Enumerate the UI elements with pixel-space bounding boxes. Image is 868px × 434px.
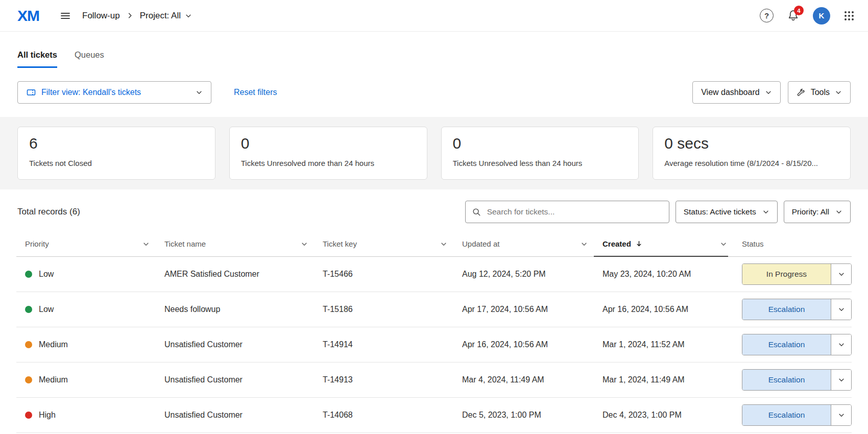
search-icon: [472, 207, 481, 219]
tools-label: Tools: [811, 88, 830, 97]
stat-value: 6: [29, 135, 204, 152]
status-dropdown[interactable]: Escalation: [742, 404, 852, 426]
status-dropdown[interactable]: Escalation: [742, 334, 852, 355]
stat-label: Tickets Unresolved more than 24 hours: [241, 159, 416, 167]
stat-label: Tickets not Closed: [29, 159, 204, 167]
hamburger-menu-icon[interactable]: [57, 7, 74, 25]
chevron-down-icon[interactable]: [831, 405, 851, 425]
stat-card-unresolved-more-24h: 0 Tickets Unresolved more than 24 hours: [229, 127, 427, 180]
ticket-key-cell: T-14068: [314, 411, 453, 420]
tab-all-tickets[interactable]: All tickets: [17, 50, 57, 68]
search-input[interactable]: [465, 201, 669, 223]
status-badge: Escalation: [742, 334, 831, 355]
priority-filter-dropdown[interactable]: Priority: All: [784, 201, 851, 223]
chevron-down-icon[interactable]: [720, 240, 727, 248]
stat-value: 0: [453, 135, 628, 152]
column-header-status[interactable]: Status: [733, 231, 852, 256]
updated-at-cell: Mar 4, 2024, 11:49 AM: [453, 375, 594, 384]
chevron-down-icon[interactable]: [440, 240, 447, 248]
updated-at-cell: Apr 17, 2024, 10:56 AM: [453, 305, 594, 314]
table-row[interactable]: Medium Unsatisfied Customer T-14914 Apr …: [16, 327, 852, 363]
chevron-down-icon: [765, 89, 772, 96]
ticket-name-cell: Unsatisfied Customer: [156, 411, 314, 420]
table-row[interactable]: Low Needs followup T-15186 Apr 17, 2024,…: [16, 292, 852, 327]
chevron-down-icon[interactable]: [831, 370, 851, 390]
stat-card-avg-resolution-time: 0 secs Average resolution time (8/1/2024…: [653, 127, 851, 180]
tab-queues[interactable]: Queues: [75, 50, 104, 68]
chevron-down-icon[interactable]: [581, 240, 588, 248]
priority-label: Low: [39, 270, 54, 279]
status-cell: In Progress: [733, 263, 852, 285]
ticket-name-cell: Unsatisfied Customer: [156, 340, 314, 349]
top-bar: XM Follow-up Project: All ? 4 K: [0, 0, 868, 32]
status-filter-dropdown[interactable]: Status: Active tickets: [676, 201, 778, 223]
tools-button[interactable]: Tools: [788, 81, 851, 104]
column-header-ticket-name[interactable]: Ticket name: [156, 231, 314, 256]
updated-at-cell: Aug 12, 2024, 5:20 PM: [453, 270, 594, 279]
table-row[interactable]: Low AMER Satisfied Customer T-15466 Aug …: [16, 257, 852, 292]
records-toolbar: Total records (6) Status: Active tickets…: [17, 201, 851, 223]
tickets-table: Priority Ticket name Ticket key Updated …: [16, 231, 852, 433]
priority-cell: High: [16, 411, 156, 420]
column-header-ticket-key[interactable]: Ticket key: [314, 231, 453, 256]
updated-at-cell: Apr 16, 2024, 10:56 AM: [453, 340, 594, 349]
help-button[interactable]: ?: [760, 9, 774, 22]
total-records-label: Total records (6): [17, 207, 80, 217]
column-label: Priority: [25, 239, 49, 248]
chevron-down-icon: [835, 208, 842, 215]
filter-bar-actions: View dashboard Tools: [692, 81, 851, 104]
column-label: Updated at: [462, 239, 499, 248]
status-badge: Escalation: [742, 405, 831, 425]
notifications-button[interactable]: 4: [787, 9, 800, 22]
status-dropdown[interactable]: Escalation: [742, 369, 852, 391]
chevron-down-icon: [835, 89, 842, 96]
status-badge: Escalation: [742, 299, 831, 320]
created-cell: Mar 1, 2024, 11:49 AM: [594, 375, 733, 384]
breadcrumb-section[interactable]: Follow-up: [82, 11, 120, 21]
view-dashboard-button[interactable]: View dashboard: [692, 81, 780, 104]
column-label: Ticket name: [164, 239, 206, 248]
ticket-key-cell: T-14913: [314, 375, 453, 384]
chevron-down-icon[interactable]: [831, 264, 851, 284]
reset-filters-link[interactable]: Reset filters: [231, 87, 280, 98]
ticket-key-cell: T-15186: [314, 305, 453, 314]
filter-bar: Filter view: Kendall's tickets Reset fil…: [17, 81, 851, 104]
stat-card-tickets-not-closed: 6 Tickets not Closed: [17, 127, 215, 180]
view-dashboard-label: View dashboard: [701, 88, 759, 97]
column-label: Status: [742, 239, 764, 248]
project-selector[interactable]: Project: All: [140, 11, 192, 21]
status-dropdown[interactable]: In Progress: [742, 263, 852, 285]
table-row[interactable]: Medium Unsatisfied Customer T-14913 Mar …: [16, 363, 852, 398]
column-header-updated-at[interactable]: Updated at: [453, 231, 594, 256]
column-header-priority[interactable]: Priority: [16, 231, 156, 256]
chevron-down-icon: [762, 208, 769, 215]
priority-cell: Medium: [16, 375, 156, 384]
ticket-key-cell: T-14914: [314, 340, 453, 349]
ticket-name-cell: Needs followup: [156, 305, 314, 314]
avatar[interactable]: K: [813, 7, 830, 25]
status-filter-label: Status: Active tickets: [684, 207, 756, 216]
chevron-down-icon[interactable]: [142, 240, 150, 248]
filter-view-dropdown[interactable]: Filter view: Kendall's tickets: [17, 81, 211, 104]
ticket-name-cell: Unsatisfied Customer: [156, 375, 314, 384]
filter-view-label: Filter view: Kendall's tickets: [41, 88, 141, 97]
table-row[interactable]: High Unsatisfied Customer T-14068 Dec 5,…: [16, 398, 852, 433]
column-header-created[interactable]: Created: [594, 231, 733, 256]
chevron-down-icon[interactable]: [831, 334, 851, 355]
tab-bar: All tickets Queues: [17, 50, 868, 68]
status-cell: Escalation: [733, 299, 852, 320]
status-dropdown[interactable]: Escalation: [742, 299, 852, 320]
chevron-right-icon: [126, 12, 134, 19]
ticket-key-cell: T-15466: [314, 270, 453, 279]
stat-label: Average resolution time (8/1/2024 - 8/15…: [664, 159, 839, 167]
apps-grid-button[interactable]: [843, 10, 855, 21]
priority-label: High: [39, 411, 56, 420]
chevron-down-icon[interactable]: [301, 240, 308, 248]
xm-logo[interactable]: XM: [17, 7, 39, 25]
column-label: Created: [602, 239, 631, 248]
project-label: Project: All: [140, 11, 181, 21]
chevron-down-icon[interactable]: [831, 299, 851, 320]
notification-badge: 4: [794, 6, 804, 15]
created-cell: May 23, 2024, 10:20 AM: [594, 270, 733, 279]
priority-dot: [25, 306, 32, 313]
